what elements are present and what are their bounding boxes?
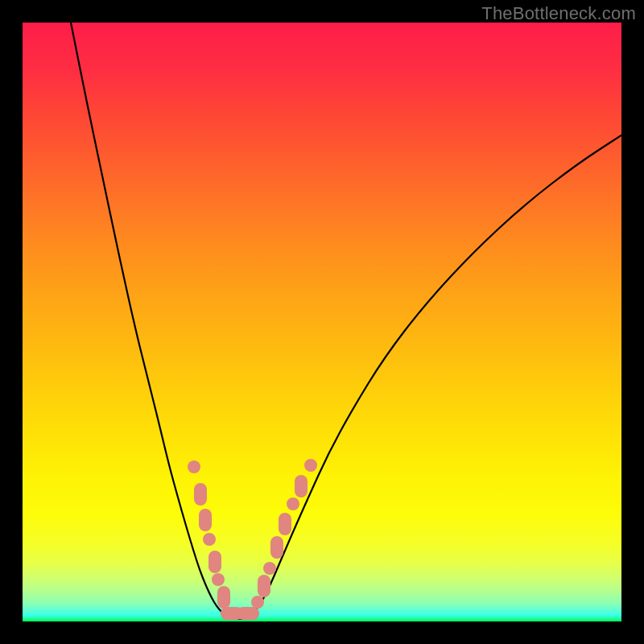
marker	[251, 596, 264, 609]
marker	[295, 475, 308, 497]
marker	[199, 509, 212, 531]
watermark-text: TheBottleneck.com	[481, 3, 636, 24]
marker	[270, 536, 283, 559]
plot-area	[23, 23, 621, 621]
marker	[188, 460, 200, 473]
marker	[258, 575, 270, 597]
marker	[237, 607, 259, 620]
marker	[194, 483, 207, 506]
marker	[304, 459, 317, 472]
marker	[212, 573, 225, 586]
marker	[287, 497, 299, 510]
marker	[279, 513, 291, 535]
marker	[217, 586, 230, 609]
highlighted-markers	[188, 459, 317, 620]
marker	[203, 533, 216, 546]
curve-right-branch	[250, 135, 621, 617]
marker	[263, 562, 276, 575]
marker	[208, 551, 221, 573]
chart-svg	[23, 23, 621, 621]
